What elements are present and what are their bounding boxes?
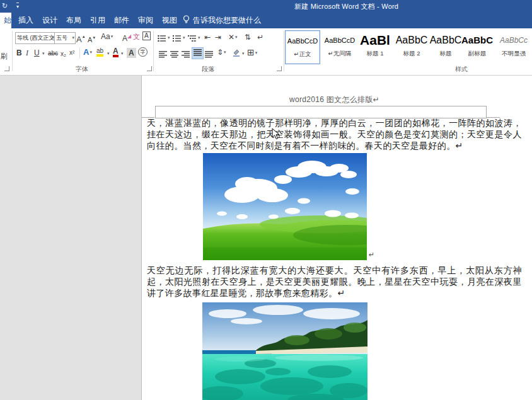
body-paragraph-2[interactable]: 天空无边无际，打得比深蓝有宽大的大海还要大。天空中有许多东西，早上，太阳从东方神… — [147, 265, 522, 299]
phonetic-guide-button[interactable]: 文 — [133, 31, 140, 42]
clear-formatting-button[interactable]: A◢ — [122, 31, 131, 43]
style-preview: AaBl — [358, 30, 392, 49]
tab-home-partial[interactable]: 始 — [0, 13, 11, 28]
asian-layout-button[interactable]: ✕▾ — [228, 32, 238, 42]
tab-view[interactable]: 视图 — [156, 13, 183, 28]
text-highlight-button[interactable]: ab — [96, 47, 103, 57]
style-subtitle[interactable]: AaBbC 副标题 — [460, 30, 494, 63]
font-group-label: 字体 — [76, 65, 88, 74]
tell-me-label: 告诉我你想要做什么 — [193, 16, 261, 25]
increase-indent-button[interactable]: ⇥ — [215, 32, 221, 42]
font-color-dropdown[interactable]: ▾ — [121, 51, 124, 56]
text-frame-border[interactable] — [155, 106, 487, 118]
grow-font-button[interactable]: A▲ — [76, 31, 86, 45]
character-border-button[interactable]: A — [142, 31, 151, 40]
line-spacing-button[interactable]: ⇕▾ — [217, 47, 226, 57]
body-paragraph-1[interactable]: 天，湛蓝湛蓝的，像透明的镜子那样明净，厚厚的白云，一团团的如棉花，一阵阵的如波涛… — [147, 117, 522, 151]
superscript-button[interactable]: x² — [69, 48, 74, 58]
style-name: 标题 1 — [358, 50, 392, 58]
justify-button[interactable] — [192, 47, 204, 59]
group-separator — [284, 31, 284, 71]
font-name-value: 等线 (西文正文 — [17, 35, 55, 41]
numbering-dropdown[interactable]: ▾ — [183, 35, 185, 40]
style-subtle-emphasis[interactable]: AaBbCc 不明显强 — [495, 30, 532, 63]
paragraph-dialog-launcher[interactable] — [277, 66, 282, 71]
subscript-button[interactable]: x₂ — [61, 49, 66, 59]
document-canvas: word2016 图文怎么排版↵ 天，湛蓝湛蓝的，像透明的镜子那样明净，厚厚的白… — [0, 76, 532, 400]
font-size-combobox[interactable]: 五号 ▾ — [54, 32, 76, 44]
style-name: 标题 2 — [395, 50, 429, 58]
style-preview: AaBbCcD — [286, 31, 320, 50]
lightbulb-icon — [183, 14, 190, 30]
document-title[interactable]: word2016 图文怎么排版↵ — [147, 94, 522, 105]
highlight-dropdown[interactable]: ▾ — [107, 51, 110, 56]
format-painter-button[interactable]: 刷 — [1, 51, 8, 61]
style-preview: AaBbC — [460, 30, 494, 49]
align-left-button[interactable] — [159, 49, 167, 60]
style-name: ↵无间隔 — [323, 50, 357, 58]
tropical-island-photo[interactable] — [202, 302, 367, 400]
decrease-indent-button[interactable]: ⇤ — [204, 32, 211, 42]
redo-icon[interactable]: ↻ — [2, 3, 8, 9]
shrink-font-button[interactable]: A▼ — [88, 33, 96, 45]
character-shading-button[interactable]: A — [127, 48, 136, 58]
font-dialog-launcher[interactable] — [147, 66, 152, 71]
bullet-dropdown[interactable]: ▾ — [168, 35, 170, 40]
font-color-button[interactable]: A — [113, 47, 119, 57]
style-heading2[interactable]: AaBbC 标题 2 — [395, 30, 429, 63]
enclose-characters-button[interactable]: 字 — [138, 47, 147, 57]
window-title: 新建 Microsoft Word 文档 - Word — [294, 2, 398, 11]
sort-button[interactable]: ⇅ — [245, 32, 251, 42]
style-name: 不明显强 — [495, 50, 532, 58]
separator — [79, 47, 80, 59]
tab-review[interactable]: 审阅 — [132, 13, 159, 28]
style-name: 标题 — [429, 50, 463, 58]
ribbon: 刷 等线 (西文正文 ▾ 五号 ▾ A▲ A▼ Aa▾ A◢ 文 A B I U… — [0, 28, 532, 76]
strikethrough-button[interactable]: abc — [48, 49, 58, 59]
borders-button[interactable]: ⊞▾ — [247, 47, 257, 58]
distribute-button[interactable] — [205, 49, 213, 60]
style-preview: AaBbCcD — [323, 30, 357, 49]
style-title[interactable]: AaBbC 标题 — [429, 30, 463, 63]
customize-quick-access-icon[interactable]: ▾ — [16, 3, 19, 10]
tab-mailings[interactable]: 邮件 — [108, 13, 135, 28]
sky-grass-photo[interactable] — [203, 153, 367, 260]
bold-button[interactable]: B — [16, 48, 22, 58]
style-normal[interactable]: AaBbCcD ↵正文 — [285, 30, 320, 64]
multilevel-list-button[interactable] — [188, 33, 197, 45]
shading-button[interactable] — [232, 48, 241, 59]
paragraph-mark: ↵ — [369, 251, 374, 259]
tab-layout[interactable]: 布局 — [61, 13, 87, 28]
bullet-list-button[interactable] — [158, 33, 166, 45]
show-formatting-marks-button[interactable]: ↵ — [257, 32, 263, 42]
ribbon-tab-bar: 始 插入 设计 布局 引用 邮件 审阅 视图 告诉我你想要做什么 — [0, 13, 532, 28]
tab-design[interactable]: 设计 — [37, 13, 63, 28]
shading-dropdown[interactable]: ▾ — [242, 51, 245, 56]
change-case-button[interactable]: Aa▾ — [101, 31, 113, 42]
group-separator — [12, 31, 13, 71]
style-name: ↵正文 — [286, 50, 320, 59]
style-no-spacing[interactable]: AaBbCcD ↵无间隔 — [323, 30, 357, 63]
numbered-list-button[interactable] — [173, 33, 182, 45]
style-name: 副标题 — [460, 50, 494, 58]
font-size-value: 五号 — [56, 35, 67, 41]
tab-references[interactable]: 引用 — [84, 13, 111, 28]
group-separator — [153, 31, 154, 71]
align-center-button[interactable] — [170, 49, 178, 60]
title-bar: ↻ ▾ 新建 Microsoft Word 文档 - Word — [0, 0, 532, 13]
clipboard-dialog-launcher[interactable] — [4, 66, 9, 71]
document-page[interactable]: word2016 图文怎么排版↵ 天，湛蓝湛蓝的，像透明的镜子那样明净，厚厚的白… — [141, 76, 532, 400]
text-effects-button[interactable]: A▾ — [83, 47, 92, 57]
multilevel-dropdown[interactable]: ▾ — [198, 35, 200, 40]
paragraph-group-label: 段落 — [202, 65, 214, 74]
underline-button[interactable]: U — [34, 48, 40, 58]
italic-button[interactable]: I — [26, 48, 28, 58]
style-heading1[interactable]: AaBl 标题 1 — [358, 30, 392, 63]
styles-group-label: 样式 — [455, 65, 468, 74]
style-preview: AaBbCc — [495, 30, 532, 49]
underline-dropdown[interactable]: ▾ — [42, 51, 45, 56]
tab-insert[interactable]: 插入 — [13, 13, 39, 28]
font-name-combobox[interactable]: 等线 (西文正文 ▾ — [15, 32, 55, 44]
tell-me-box[interactable]: 告诉我你想要做什么 — [183, 13, 261, 28]
align-right-button[interactable] — [182, 49, 190, 60]
